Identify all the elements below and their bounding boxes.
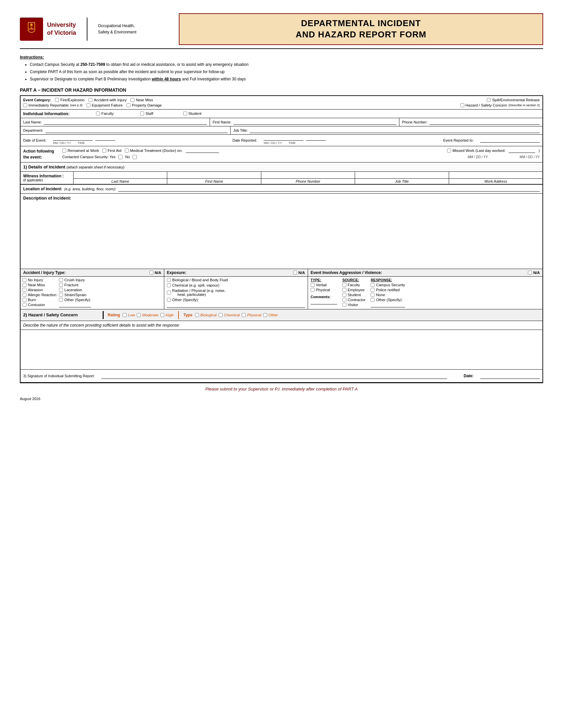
missed-work-checkbox[interactable]: [447, 149, 451, 153]
physical-option[interactable]: Physical: [311, 288, 337, 292]
low-option[interactable]: Low: [122, 313, 135, 317]
campus-security-cb[interactable]: [371, 283, 375, 287]
physical-type-option[interactable]: Physical: [242, 313, 261, 317]
bio-type-option[interactable]: Biological: [195, 313, 216, 317]
first-name-field[interactable]: [233, 119, 397, 125]
source-visitor-option[interactable]: Visitor: [343, 303, 366, 307]
other-injury-option[interactable]: Other (Specify):: [59, 298, 91, 302]
high-cb[interactable]: [160, 313, 164, 317]
police-cb[interactable]: [371, 288, 375, 292]
student-checkbox[interactable]: [183, 112, 187, 115]
strain-option[interactable]: Strain/Sprain: [59, 293, 91, 297]
phone-field[interactable]: [430, 119, 540, 125]
comments-field[interactable]: [311, 300, 337, 304]
missed-work-option[interactable]: Missed Work (Last day worked:: [447, 149, 505, 153]
fracture-cb[interactable]: [59, 283, 63, 287]
other-exposure-field[interactable]: [167, 303, 305, 308]
remained-at-work-option[interactable]: Remained at Work: [62, 149, 99, 153]
fire-explosion-checkbox[interactable]: [55, 98, 59, 102]
crush-option[interactable]: Crush Injury: [59, 278, 91, 282]
staff-option[interactable]: Staff: [140, 112, 153, 115]
burn-option[interactable]: Burn: [23, 298, 56, 302]
other-type-cb[interactable]: [263, 313, 267, 317]
biological-option[interactable]: Biological / Blood and Body Fluid: [167, 278, 305, 282]
other-exposure-cb[interactable]: [167, 298, 171, 302]
physical-cb[interactable]: [311, 288, 315, 292]
source-contractor-option[interactable]: Contractor: [343, 298, 366, 302]
aggression-na-option[interactable]: N/A: [528, 271, 540, 275]
accident-injury-option[interactable]: Accident with Injury: [88, 98, 126, 102]
near-miss-option[interactable]: Near Miss: [130, 98, 153, 102]
dept-field[interactable]: [45, 128, 228, 133]
exposure-na-option[interactable]: N/A: [293, 271, 305, 275]
none-cb[interactable]: [371, 293, 375, 297]
spill-environmental-option[interactable]: Spill/Environmental Release: [487, 98, 540, 102]
moderate-option[interactable]: Moderate: [137, 313, 158, 317]
equipment-failure-checkbox[interactable]: [86, 103, 90, 107]
biological-cb[interactable]: [167, 278, 171, 282]
faculty-option[interactable]: Faculty: [96, 112, 114, 115]
contusion-option[interactable]: Contusion: [23, 303, 56, 307]
near-miss-checkbox[interactable]: [130, 98, 134, 102]
accident-na-checkbox[interactable]: [149, 271, 153, 275]
description-area[interactable]: [21, 203, 542, 269]
hazard-area[interactable]: [21, 330, 542, 370]
hazard-safety-concern-checkbox[interactable]: [460, 103, 464, 107]
chemical-type-cb[interactable]: [218, 313, 222, 317]
other-response-cb[interactable]: [371, 298, 375, 302]
spill-environmental-checkbox[interactable]: [487, 98, 491, 102]
none-option[interactable]: None: [371, 293, 405, 297]
job-title-field[interactable]: [250, 128, 540, 133]
allergic-option[interactable]: Allergic Reaction: [23, 293, 56, 297]
police-option[interactable]: Police notified: [371, 288, 405, 292]
source-faculty-cb[interactable]: [343, 283, 347, 287]
laceration-cb[interactable]: [59, 288, 63, 292]
date-reported-field[interactable]: [263, 136, 304, 141]
low-cb[interactable]: [122, 313, 126, 317]
aggression-na-checkbox[interactable]: [528, 271, 532, 275]
exposure-na-checkbox[interactable]: [293, 271, 297, 275]
signature-field[interactable]: [101, 373, 447, 379]
burn-cb[interactable]: [23, 298, 26, 302]
last-name-field[interactable]: [44, 119, 207, 125]
no-injury-cb[interactable]: [23, 278, 26, 282]
contacted-no-checkbox[interactable]: [132, 155, 137, 159]
near-miss-inj-option[interactable]: Near Miss: [23, 283, 56, 287]
other-response-field[interactable]: [371, 303, 405, 307]
other-type-option[interactable]: Other: [263, 313, 278, 317]
immediately-reportable-option[interactable]: Immediately Reportable (see p.3): [23, 103, 82, 107]
faculty-checkbox[interactable]: [96, 112, 100, 115]
date-sig-field[interactable]: [480, 373, 540, 379]
radiation-cb[interactable]: [167, 291, 171, 295]
laceration-option[interactable]: Laceration: [59, 288, 91, 292]
source-student-option[interactable]: Student: [343, 293, 366, 297]
source-student-cb[interactable]: [343, 293, 347, 297]
immediately-reportable-checkbox[interactable]: [23, 103, 27, 107]
other-injury-cb[interactable]: [59, 298, 63, 302]
bio-type-cb[interactable]: [195, 313, 199, 317]
source-employee-cb[interactable]: [343, 288, 347, 292]
event-reported-field[interactable]: [480, 138, 540, 143]
moderate-cb[interactable]: [137, 313, 141, 317]
chemical-option[interactable]: Chemical (e.g. spill, vapour): [167, 283, 305, 287]
time-reported-field[interactable]: [306, 136, 326, 141]
equipment-failure-option[interactable]: Equipment Failure: [86, 103, 122, 107]
abrasion-cb[interactable]: [23, 288, 26, 292]
strain-cb[interactable]: [59, 293, 63, 297]
remained-at-work-checkbox[interactable]: [62, 149, 66, 153]
source-faculty-option[interactable]: Faculty: [343, 283, 366, 287]
near-miss-inj-cb[interactable]: [23, 283, 26, 287]
other-exposure-option[interactable]: Other (Specify):: [167, 298, 305, 302]
time-event-field[interactable]: [95, 136, 115, 141]
fire-explosion-option[interactable]: Fire/Explosion: [55, 98, 84, 102]
physical-type-cb[interactable]: [242, 313, 246, 317]
high-option[interactable]: High: [160, 313, 173, 317]
medical-treatment-checkbox[interactable]: [125, 149, 129, 153]
radiation-option[interactable]: Radiation / Physical (e.g. noise, heat, …: [167, 289, 305, 296]
source-employee-option[interactable]: Employee: [343, 288, 366, 292]
verbal-cb[interactable]: [311, 283, 315, 287]
missed-work-date[interactable]: [509, 148, 535, 153]
campus-security-option[interactable]: Campus Security: [371, 283, 405, 287]
accident-injury-checkbox[interactable]: [88, 98, 92, 102]
chemical-cb[interactable]: [167, 283, 171, 287]
